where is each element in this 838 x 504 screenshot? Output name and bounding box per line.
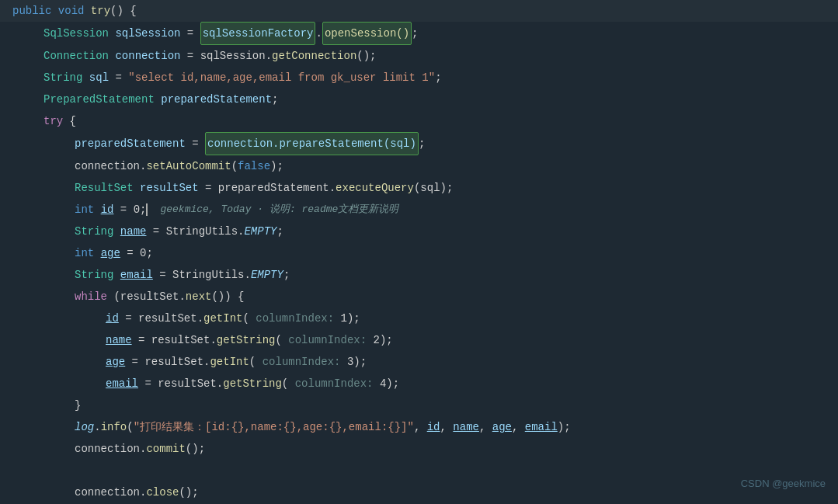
code-token: 1); xyxy=(334,308,360,329)
code-token: connection xyxy=(115,45,180,67)
highlighted-token: openSession() xyxy=(322,22,412,45)
code-line: Connection connection = sqlSession.getCo… xyxy=(0,45,838,67)
code-token: . xyxy=(315,23,322,44)
code-token: ; xyxy=(419,133,425,155)
code-line: log.info("打印结果集：[id:{},name:{},age:{},em… xyxy=(0,416,838,438)
code-token: connection. xyxy=(75,481,146,503)
code-line: int age = 0; xyxy=(0,242,838,264)
code-token: = 0; xyxy=(113,199,146,221)
code-token: SqlSession xyxy=(43,23,109,44)
code-token: connection. xyxy=(75,155,146,177)
code-token: ; xyxy=(412,23,418,44)
code-token: = resultSet. xyxy=(125,351,210,373)
code-token: EMPTY xyxy=(244,221,276,242)
code-token xyxy=(94,242,100,264)
code-line: email = resultSet.getString( columnIndex… xyxy=(0,373,838,395)
code-token: age xyxy=(492,416,512,438)
code-token: (resultSet. xyxy=(107,286,186,308)
git-blame-hint: geekmice, Today · 说明: readme文档更新说明 xyxy=(160,199,398,221)
code-token: { xyxy=(63,110,76,132)
code-token: ( xyxy=(249,351,263,373)
code-token: "打印结果集：[id:{},name:{},age:{},email:{}]" xyxy=(134,416,414,438)
code-token: ResultSet xyxy=(75,177,134,199)
code-token xyxy=(82,67,89,89)
code-token: = 0; xyxy=(120,242,153,264)
code-token: columnIndex: xyxy=(263,351,341,373)
code-token: String xyxy=(43,67,82,89)
code-line: connection.commit(); xyxy=(0,438,838,460)
watermark: CSDN @geekmice xyxy=(741,473,826,495)
code-token: name xyxy=(453,416,479,438)
code-token xyxy=(84,0,90,22)
code-token: = StringUtils. xyxy=(153,264,251,286)
code-line: while (resultSet.next()) { xyxy=(0,286,838,308)
code-token: age xyxy=(106,351,125,373)
code-token: columnIndex: xyxy=(256,308,334,329)
code-token: (); xyxy=(179,481,198,503)
highlighted-token: connection.prepareStatement(sql) xyxy=(205,132,419,155)
code-token: log xyxy=(75,416,94,438)
code-token: preparedStatement xyxy=(75,133,186,155)
code-token: 3); xyxy=(341,351,367,373)
code-token: info xyxy=(101,416,127,438)
text-cursor xyxy=(146,203,148,216)
code-token xyxy=(109,23,115,44)
code-token: ; xyxy=(435,67,441,89)
code-token: (); xyxy=(186,438,205,460)
code-token: sql xyxy=(89,67,109,89)
code-token: ( xyxy=(231,155,238,177)
code-token: ; xyxy=(272,89,278,110)
code-token: , xyxy=(440,416,454,438)
code-token: (sql); xyxy=(414,177,453,199)
code-token xyxy=(51,0,57,22)
code-token: (); xyxy=(356,45,376,67)
code-token: void xyxy=(58,0,85,22)
code-line: String email = StringUtils.EMPTY; xyxy=(0,264,838,286)
code-token: = preparedStatement. xyxy=(199,177,336,199)
code-token: try xyxy=(91,0,110,22)
code-token: = xyxy=(186,133,205,155)
code-token: int xyxy=(75,199,94,221)
code-token: while xyxy=(75,286,107,308)
code-token: email xyxy=(120,264,153,286)
code-token: . xyxy=(266,45,272,67)
code-token: = resultSet. xyxy=(138,373,223,395)
code-token: , xyxy=(479,416,492,438)
code-token: columnIndex: xyxy=(295,373,374,395)
code-line: public void try() { xyxy=(0,0,838,22)
code-token: age xyxy=(101,242,120,264)
code-token xyxy=(109,45,115,67)
code-token: email xyxy=(525,416,558,438)
code-token: id xyxy=(101,199,114,221)
code-token: ; xyxy=(276,221,283,242)
code-token: getConnection xyxy=(272,45,356,67)
code-token: email xyxy=(106,373,138,395)
code-line: String name = StringUtils.EMPTY; xyxy=(0,221,838,242)
code-token xyxy=(94,199,100,221)
code-token: getString xyxy=(223,373,282,395)
code-line: PreparedStatement preparedStatement; xyxy=(0,89,838,110)
code-token: close xyxy=(146,481,179,503)
code-line: ResultSet resultSet = preparedStatement.… xyxy=(0,177,838,199)
code-token: ( xyxy=(275,329,288,351)
code-token: executeQuery xyxy=(336,177,414,199)
code-line xyxy=(0,460,838,481)
code-token: = xyxy=(109,67,128,89)
code-line: name = resultSet.getString( columnIndex:… xyxy=(0,329,838,351)
code-token xyxy=(113,264,120,286)
code-token: ()) { xyxy=(211,286,244,308)
code-token: 4); xyxy=(374,373,400,395)
highlighted-token: sqlSessionFactory xyxy=(200,22,316,45)
code-editor: public void try() {SqlSession sqlSession… xyxy=(0,0,838,504)
code-line: String sql = "select id,name,age,email f… xyxy=(0,67,838,89)
code-token: ( xyxy=(127,416,133,438)
code-token: id xyxy=(427,416,440,438)
code-token: ); xyxy=(270,155,283,177)
code-token: . xyxy=(94,416,100,438)
code-token xyxy=(113,221,120,242)
code-token: = xyxy=(180,23,200,44)
code-token: EMPTY xyxy=(251,264,283,286)
code-token: resultSet xyxy=(140,177,199,199)
code-token xyxy=(155,89,161,110)
code-lines: public void try() {SqlSession sqlSession… xyxy=(0,0,838,504)
